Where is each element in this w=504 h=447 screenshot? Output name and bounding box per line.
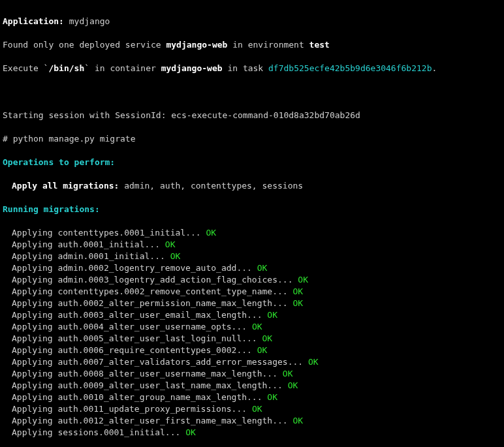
ellipsis: ... — [277, 275, 298, 285]
ok-status: OK — [165, 239, 176, 249]
ok-status: OK — [257, 345, 268, 355]
app-name: mydjango — [69, 16, 110, 26]
ellipsis: ... — [150, 251, 170, 261]
migration-name: auth.0008_alter_user_username_max_length — [57, 369, 262, 378]
migration-name: auth.0007_alter_validators_add_error_mes… — [57, 357, 287, 367]
migration-name: auth.0012_alter_user_first_name_max_leng… — [57, 416, 272, 425]
cmd-migrate: # python manage.py migrate — [3, 133, 501, 145]
ok-status: OK — [267, 310, 277, 320]
migration-line: Applying auth.0011_update_proxy_permissi… — [3, 403, 501, 415]
applying-label: Applying — [3, 392, 57, 403]
applying-label: Applying — [3, 321, 57, 333]
ops-header: Operations to perform: — [3, 157, 501, 168]
migration-line: Applying contenttypes.0002_remove_conten… — [3, 286, 501, 298]
ok-status: OK — [170, 251, 181, 261]
migration-name: admin.0002_logentry_remove_auto_add — [57, 263, 236, 273]
ellipsis: ... — [288, 357, 308, 367]
ok-status: OK — [185, 427, 196, 437]
ellipsis: ... — [232, 322, 252, 331]
line-exec: Execute `/bin/sh` in container mydjango-… — [3, 63, 501, 74]
migration-line: Applying auth.0003_alter_user_email_max_… — [3, 309, 501, 321]
migration-line: Applying auth.0012_alter_user_first_name… — [3, 415, 501, 427]
ellipsis: ... — [247, 310, 267, 320]
ok-status: OK — [293, 416, 304, 425]
app-label: Application: — [3, 16, 64, 26]
migration-name: auth.0010_alter_group_name_max_length — [57, 392, 247, 402]
running-header: Running migrations: — [3, 204, 501, 215]
ellipsis: ... — [145, 239, 165, 249]
ellipsis: ... — [185, 228, 206, 238]
ellipsis: ... — [165, 427, 185, 437]
applying-label: Applying — [3, 333, 57, 345]
ellipsis: ... — [272, 416, 292, 425]
ellipsis: ... — [272, 286, 292, 296]
line-app: Application: mydjango — [3, 16, 501, 27]
ok-status: OK — [288, 380, 298, 390]
migrations-list: Applying contenttypes.0001_initial... OK… — [3, 227, 501, 439]
migration-name: admin.0003_logentry_add_action_flag_choi… — [57, 275, 277, 285]
migration-name: admin.0001_initial — [57, 251, 150, 261]
terminal[interactable]: Application: mydjango Found only one dep… — [0, 0, 504, 447]
blank-line — [3, 86, 501, 98]
migration-line: Applying admin.0003_logentry_add_action_… — [3, 274, 501, 286]
migration-line: Applying auth.0006_require_contenttypes_… — [3, 345, 501, 356]
task-id: df7db525ecfe42b5b9d6e3046f6b212b — [268, 63, 432, 73]
applying-label: Applying — [3, 227, 57, 239]
applying-label: Applying — [3, 251, 57, 262]
applying-label: Applying — [3, 345, 57, 356]
ok-status: OK — [252, 404, 262, 414]
migration-line: Applying auth.0008_alter_user_username_m… — [3, 368, 501, 380]
shell-path: /bin/sh — [48, 63, 84, 73]
migration-name: auth.0009_alter_user_last_name_max_lengt… — [57, 380, 267, 390]
migration-name: auth.0002_alter_permission_name_max_leng… — [57, 298, 272, 308]
migration-name: auth.0004_alter_user_username_opts — [57, 322, 231, 331]
ok-status: OK — [206, 228, 216, 238]
applying-label: Applying — [3, 298, 57, 309]
ok-status: OK — [293, 298, 304, 308]
ellipsis: ... — [262, 369, 283, 378]
ellipsis: ... — [267, 380, 287, 390]
applying-label: Applying — [3, 239, 57, 251]
migration-line: Applying auth.0010_alter_group_name_max_… — [3, 392, 501, 403]
ok-status: OK — [262, 333, 273, 343]
applying-label: Applying — [3, 274, 57, 286]
container-name: mydjango-web — [161, 63, 223, 73]
applying-label: Applying — [3, 262, 57, 274]
apply-all-line: Apply all migrations: admin, auth, conte… — [3, 180, 501, 192]
ellipsis: ... — [236, 263, 257, 273]
migration-line: Applying auth.0004_alter_user_username_o… — [3, 321, 501, 333]
applying-label: Applying — [3, 403, 57, 415]
migration-name: auth.0003_alter_user_email_max_length — [57, 310, 247, 320]
applying-label: Applying — [3, 356, 57, 368]
migration-line: Applying auth.0007_alter_validators_add_… — [3, 356, 501, 368]
ok-status: OK — [283, 369, 293, 378]
ok-status: OK — [308, 357, 319, 367]
line-session: Starting session with SessionId: ecs-exe… — [3, 110, 501, 121]
migration-line: Applying auth.0005_alter_user_last_login… — [3, 333, 501, 345]
applying-label: Applying — [3, 415, 57, 427]
line-found: Found only one deployed service mydjango… — [3, 39, 501, 51]
ok-status: OK — [293, 286, 304, 296]
migration-name: contenttypes.0002_remove_content_type_na… — [57, 286, 272, 296]
applying-label: Applying — [3, 309, 57, 321]
ellipsis: ... — [272, 298, 292, 308]
apply-all-list: admin, auth, contenttypes, sessions — [119, 181, 303, 191]
ok-status: OK — [252, 322, 262, 331]
ellipsis: ... — [236, 345, 257, 355]
ok-status: OK — [267, 392, 277, 402]
migration-line: Applying auth.0009_alter_user_last_name_… — [3, 380, 501, 392]
ok-status: OK — [298, 275, 308, 285]
service-name: mydjango-web — [166, 40, 227, 50]
ok-status: OK — [257, 263, 268, 273]
applying-label: Applying — [3, 380, 57, 392]
applying-label: Applying — [3, 286, 57, 298]
apply-all-label: Apply all migrations: — [3, 180, 119, 192]
migration-name: auth.0011_update_proxy_permissions — [57, 404, 231, 414]
applying-label: Applying — [3, 427, 57, 439]
migration-name: auth.0001_initial — [57, 239, 144, 249]
migration-line: Applying admin.0001_initial... OK — [3, 251, 501, 262]
migration-line: Applying admin.0002_logentry_remove_auto… — [3, 262, 501, 274]
migration-line: Applying auth.0001_initial... OK — [3, 239, 501, 251]
env-name: test — [309, 40, 330, 50]
migration-name: auth.0005_alter_user_last_login_null — [57, 333, 242, 343]
